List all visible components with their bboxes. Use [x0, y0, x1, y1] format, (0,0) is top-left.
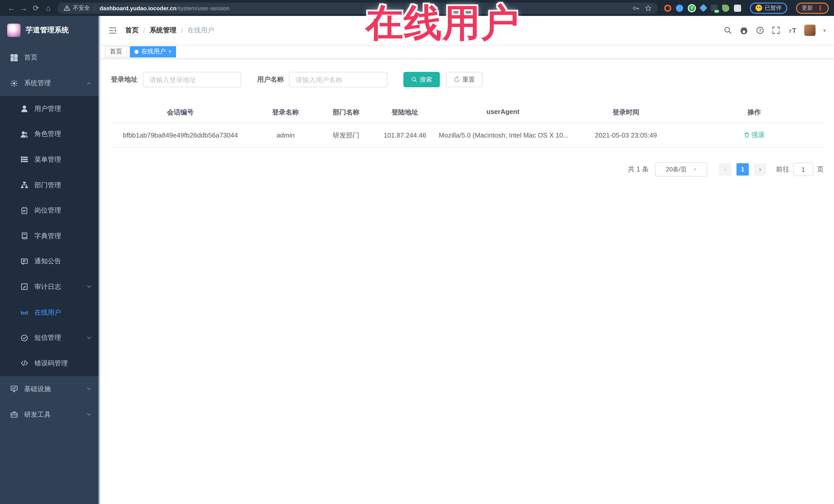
hamburger-icon[interactable] [108, 26, 117, 35]
sidebar-item-sms-mgmt[interactable]: 短信管理 [0, 325, 100, 351]
close-icon[interactable]: × [168, 49, 172, 54]
drop-extension-icon[interactable] [676, 4, 683, 12]
svg-text:T: T [792, 27, 796, 34]
svg-text:?: ? [759, 28, 761, 33]
app-logo-row[interactable]: 芋道管理系统 [0, 16, 100, 45]
key-icon[interactable] [632, 4, 639, 12]
prev-page-button[interactable]: ‹ [719, 163, 731, 176]
divider [94, 5, 95, 11]
page-body: 登录地址 用户名称 搜索 重置 [100, 59, 834, 504]
chrome-update-button[interactable]: 更新 ⋮ [796, 2, 829, 14]
magnifier-icon [411, 76, 417, 83]
active-dot-icon [134, 49, 138, 53]
tab-label: 首页 [110, 47, 122, 56]
puzzle-extension-icon[interactable] [734, 4, 741, 12]
search-button[interactable]: 搜索 [403, 72, 440, 87]
sidebar-item-label: 岗位管理 [35, 206, 61, 215]
leaf-extension-icon[interactable] [722, 4, 729, 12]
browser-menu-icon[interactable]: ⋮ [817, 4, 823, 12]
sidebar-item-system[interactable]: 系统管理 [0, 70, 100, 96]
tree-icon [21, 181, 28, 189]
sidebar-item-label: 在线用户 [35, 308, 61, 317]
sidebar-item-dict-mgmt[interactable]: 字典管理 [0, 223, 100, 249]
paused-extension-badge[interactable]: 已暂停 [750, 2, 787, 14]
sidebar-item-label: 系统管理 [24, 79, 51, 88]
sidebar-item-post-mgmt[interactable]: 岗位管理 [0, 198, 100, 223]
github-icon[interactable] [740, 26, 748, 35]
address-bar[interactable]: 不安全 dashboard.yudao.iocoder.cn /system/u… [58, 2, 658, 14]
breadcrumb-separator: / [181, 26, 183, 34]
sidebar-item-online-users[interactable]: 在线用户 [0, 300, 100, 325]
book-icon [21, 232, 28, 240]
tab-home[interactable]: 首页 [105, 46, 127, 57]
avatar-caret-icon[interactable]: ▾ [823, 27, 826, 33]
col-header-login-time: 登录时间 [567, 108, 685, 117]
gear-icon [10, 79, 18, 87]
clipboard-pen-icon [21, 283, 28, 291]
login-addr-input[interactable] [143, 72, 241, 87]
breadcrumb-home[interactable]: 首页 [125, 26, 138, 35]
font-size-icon[interactable]: TT [788, 26, 796, 35]
tab-label: 在线用户 [141, 47, 166, 56]
back-icon[interactable]: ← [5, 4, 18, 12]
chevron-down-icon [86, 412, 92, 417]
update-label: 更新 [802, 4, 813, 12]
main-content: 首页 / 系统管理 / 在线用户 ? TT ▾ 首 [100, 16, 834, 504]
app-title: 芋道管理系统 [26, 26, 69, 35]
reload-icon[interactable]: ⟳ [30, 4, 42, 12]
cell-login-time: 2021-05-03 23:05:49 [567, 130, 685, 141]
sidebar-item-error-code[interactable]: 错误码管理 [0, 351, 100, 376]
browser-toolbar: ← → ⟳ ⌂ 不安全 dashboard.yudao.iocoder.cn /… [0, 0, 834, 16]
home-icon[interactable]: ⌂ [42, 4, 54, 12]
forward-icon[interactable]: → [18, 4, 30, 12]
sidebar-item-user-mgmt[interactable]: 用户管理 [0, 96, 100, 122]
briefcase-icon [10, 411, 18, 418]
trash-icon [744, 132, 750, 138]
adblock-extension-icon[interactable] [664, 4, 671, 12]
page-number-button[interactable]: 1 [737, 163, 749, 176]
translate-extension-icon[interactable]: en [711, 5, 718, 11]
system-submenu: 用户管理 角色管理 菜单管理 部门管理 岗位管理 [0, 96, 100, 376]
next-page-button[interactable]: › [754, 163, 766, 176]
tags-view-bar: 首页 在线用户 × [100, 45, 834, 59]
reset-button[interactable]: 重置 [446, 72, 482, 87]
sidebar-item-label: 字典管理 [35, 232, 61, 241]
gem-extension-icon[interactable] [699, 4, 707, 12]
col-header-actions: 操作 [685, 108, 824, 117]
sidebar-item-dev-tools[interactable]: 研发工具 [0, 401, 100, 427]
reset-button-label: 重置 [462, 75, 475, 84]
chevron-down-icon [86, 284, 92, 290]
force-logout-button[interactable]: 强退 [744, 129, 765, 140]
help-icon[interactable]: ? [756, 26, 764, 35]
cell-login-addr: 101.87.244.46 [371, 130, 439, 141]
sidebar-item-label: 基础设施 [24, 384, 51, 393]
goto-page-input[interactable] [793, 163, 813, 176]
breadcrumb-system[interactable]: 系统管理 [150, 26, 176, 35]
sidebar-item-audit-log[interactable]: 审计日志 [0, 274, 100, 300]
page-unit-label: 页 [817, 165, 824, 174]
sidebar-item-home[interactable]: 首页 [0, 45, 100, 70]
username-input[interactable] [289, 72, 388, 87]
v-green-extension-icon[interactable]: V [688, 4, 696, 12]
force-logout-label: 强退 [751, 129, 765, 140]
bookmark-star-icon[interactable] [644, 4, 652, 12]
chat-icon [21, 258, 28, 265]
sidebar-item-dept-mgmt[interactable]: 部门管理 [0, 172, 100, 198]
sidebar-item-menu-mgmt[interactable]: 菜单管理 [0, 147, 100, 172]
fullscreen-icon[interactable] [772, 26, 780, 35]
tab-online-users[interactable]: 在线用户 × [130, 46, 176, 57]
breadcrumb-current: 在线用户 [188, 26, 214, 35]
sidebar-item-role-mgmt[interactable]: 角色管理 [0, 122, 100, 147]
search-button-label: 搜索 [420, 75, 432, 84]
sidebar-item-label: 短信管理 [35, 333, 61, 342]
page-size-select[interactable]: 20条/页 ▾ [655, 162, 707, 177]
refresh-icon [454, 76, 460, 83]
user-avatar[interactable] [804, 25, 815, 36]
url-host: dashboard.yudao.iocoder.cn [100, 5, 177, 11]
search-icon[interactable] [724, 26, 732, 35]
header-actions: ? TT ▾ [724, 25, 826, 36]
security-warning[interactable]: 不安全 [64, 4, 90, 12]
sidebar-item-label: 错误码管理 [35, 358, 68, 368]
sidebar-item-notice[interactable]: 通知公告 [0, 249, 100, 274]
sidebar-item-infrastructure[interactable]: 基础设施 [0, 376, 100, 401]
